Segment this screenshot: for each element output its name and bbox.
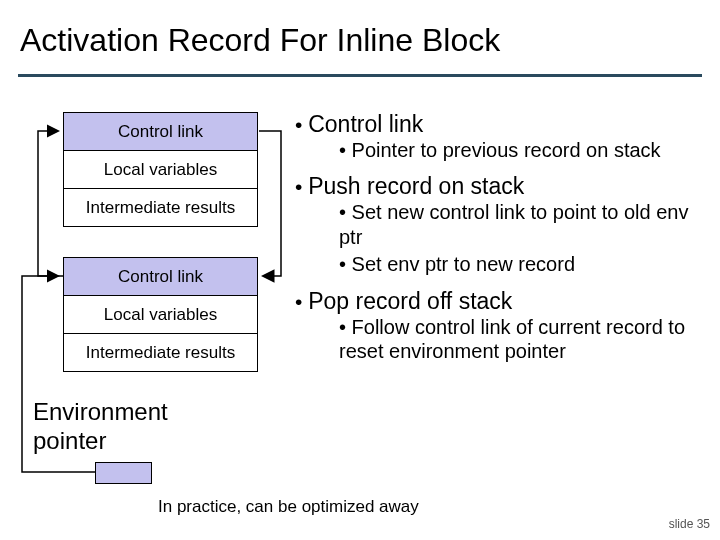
env-label-line1: Environment bbox=[33, 398, 168, 425]
record1-intermediate-results: Intermediate results bbox=[63, 188, 258, 227]
bullet-push-sub1: Set new control link to point to old env… bbox=[339, 200, 710, 249]
slide: Activation Record For Inline Block Contr… bbox=[0, 0, 720, 540]
arrow-record2-to-record1 bbox=[38, 131, 63, 276]
bullet-push-record: Push record on stack Set new control lin… bbox=[295, 172, 710, 276]
bullet-pop-record: Pop record off stack Follow control link… bbox=[295, 287, 710, 364]
bullet-control-link: Control link Pointer to previous record … bbox=[295, 110, 710, 162]
bullet-list: Control link Pointer to previous record … bbox=[295, 110, 710, 367]
record2-intermediate-results: Intermediate results bbox=[63, 333, 258, 372]
slide-title: Activation Record For Inline Block bbox=[20, 22, 500, 59]
record2-control-link: Control link bbox=[63, 257, 258, 295]
arrow-bullets-to-record1 bbox=[259, 131, 281, 276]
record1-control-link: Control link bbox=[63, 112, 258, 150]
environment-pointer-label: Environment pointer bbox=[33, 398, 168, 456]
activation-record-1: Control link Local variables Intermediat… bbox=[63, 112, 258, 227]
bullet-control-link-sub: Pointer to previous record on stack bbox=[339, 138, 710, 162]
record2-local-variables: Local variables bbox=[63, 295, 258, 333]
record1-local-variables: Local variables bbox=[63, 150, 258, 188]
env-label-line2: pointer bbox=[33, 427, 106, 454]
activation-record-2: Control link Local variables Intermediat… bbox=[63, 257, 258, 372]
slide-number: slide 35 bbox=[669, 517, 710, 531]
footer-note: In practice, can be optimized away bbox=[158, 497, 419, 517]
bullet-pop-sub: Follow control link of current record to… bbox=[339, 315, 710, 364]
bullet-push-sub2: Set env ptr to new record bbox=[339, 252, 710, 276]
environment-pointer-box bbox=[95, 462, 152, 484]
title-underline bbox=[18, 74, 702, 77]
